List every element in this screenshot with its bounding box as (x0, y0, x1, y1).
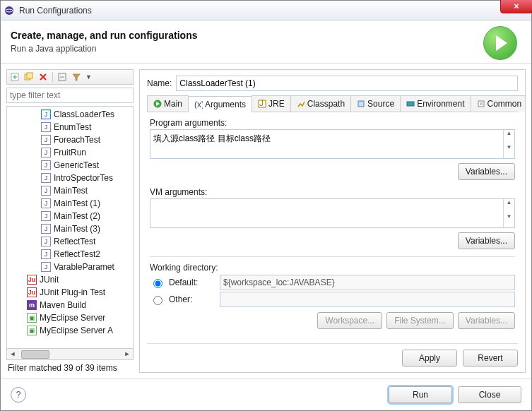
tree-item[interactable]: JFruitRun (7, 146, 133, 159)
window-close-button[interactable]: × (500, 0, 532, 13)
tree-item[interactable]: JMainTest (1) (7, 197, 133, 210)
tree-item[interactable]: JEnumTest (7, 121, 133, 133)
tree-item-label: JUnit Plug-in Test (40, 287, 105, 297)
config-tree[interactable]: JClassLoaderTesJEnumTestJForeachTestJFru… (6, 106, 134, 349)
tree-item[interactable]: JForeachTest (7, 133, 133, 146)
svg-rect-17 (358, 101, 364, 107)
toolbar-dropdown-icon[interactable]: ▼ (85, 73, 92, 81)
maven-icon: m (27, 300, 37, 310)
tab-label: Common (487, 99, 522, 109)
tree-item[interactable]: JuJUnit Plug-in Test (7, 286, 133, 299)
wdir-other-input[interactable] (220, 292, 515, 307)
filter-input[interactable] (6, 88, 134, 103)
filter-status: Filter matched 39 of 39 items (6, 360, 134, 373)
tab-common-icon (477, 100, 485, 108)
tree-item[interactable]: JMainTest (7, 184, 133, 197)
apply-button[interactable]: Apply (402, 350, 457, 367)
tab-jre[interactable]: JJRE (252, 95, 291, 112)
wdir-other-radio[interactable] (153, 296, 162, 305)
tab-label: JRE (268, 99, 285, 109)
tree-item[interactable]: JMainTest (3) (7, 222, 133, 235)
header-title: Create, manage, and run configurations (11, 30, 198, 41)
tree-item-label: EnumTest (54, 122, 91, 132)
eclipse-icon (4, 5, 15, 16)
tree-item[interactable]: ▣MyEclipse Server A (7, 324, 133, 337)
tab-label: Main (164, 99, 182, 109)
spinner-up-icon[interactable]: ▲ (503, 130, 514, 144)
wdir-default-radio[interactable] (153, 279, 162, 288)
scroll-thumb[interactable] (21, 350, 49, 359)
tree-item-label: MainTest (54, 186, 88, 196)
java-app-icon: J (41, 198, 51, 208)
tab-environment[interactable]: Environment (400, 95, 471, 112)
filter-icon[interactable] (71, 72, 81, 82)
server-icon: ▣ (27, 313, 37, 323)
tab-arguments-icon: (x)= (194, 100, 203, 109)
tree-item[interactable]: JReflectTest2 (7, 248, 133, 261)
help-button[interactable]: ? (11, 387, 26, 403)
tree-item-label: IntroSpectorTes (54, 173, 113, 183)
spinner-down-icon[interactable]: ▼ (503, 213, 514, 227)
svg-rect-6 (27, 73, 32, 78)
tree-item-label: ReflectTest (54, 237, 95, 246)
spinner-up-icon[interactable]: ▲ (503, 199, 514, 213)
dialog-footer: ? Run Close (1, 379, 531, 410)
filesystem-button[interactable]: File System... (386, 312, 454, 329)
java-app-icon: J (41, 148, 51, 157)
tab-main-icon (153, 100, 162, 108)
tree-item[interactable]: JGenericTest (7, 159, 133, 172)
java-app-icon: J (41, 211, 51, 221)
java-app-icon: J (41, 224, 51, 234)
run-icon (483, 26, 517, 60)
header-subtitle: Run a Java application (11, 44, 198, 54)
vm-args-label: VM arguments: (150, 187, 515, 197)
tree-hscrollbar[interactable]: ◄ ► (6, 349, 134, 360)
tree-item-label: MainTest (1) (54, 198, 100, 208)
tab-jre-icon: J (258, 100, 266, 108)
tab-classpath[interactable]: Classpath (290, 95, 351, 112)
close-button[interactable]: Close (458, 386, 521, 403)
tree-item[interactable]: JVarableParamet (7, 261, 133, 273)
new-config-icon[interactable] (10, 72, 20, 82)
revert-button[interactable]: Revert (463, 350, 518, 367)
java-app-icon: J (41, 237, 51, 246)
run-configurations-window: Run Configurations × Create, manage, and… (0, 0, 532, 411)
tree-item[interactable]: ▣MyEclipse Server (7, 311, 133, 324)
workspace-button[interactable]: Workspace... (317, 312, 382, 329)
java-app-icon: J (41, 249, 51, 259)
tree-item[interactable]: mMaven Build (7, 299, 133, 311)
vm-args-variables-button[interactable]: Variables... (458, 232, 515, 249)
tree-item[interactable]: JIntroSpectorTes (7, 172, 133, 184)
tab-label: Source (367, 99, 394, 109)
java-app-icon: J (41, 122, 51, 132)
program-args-variables-button[interactable]: Variables... (458, 163, 515, 180)
server-icon: ▣ (27, 326, 37, 335)
wdir-variables-button[interactable]: Variables... (458, 312, 515, 329)
svg-text:(x)=: (x)= (194, 100, 203, 109)
tab-source[interactable]: Source (350, 95, 401, 112)
wdir-other-label: Other: (169, 294, 215, 304)
program-args-input[interactable] (150, 130, 503, 158)
tab-common[interactable]: Common (471, 95, 526, 112)
duplicate-icon[interactable] (24, 72, 34, 82)
junit-icon: Ju (27, 287, 37, 297)
scroll-right-icon[interactable]: ► (122, 349, 133, 359)
tab-arguments[interactable]: (x)=Arguments (188, 96, 252, 112)
scroll-left-icon[interactable]: ◄ (7, 349, 18, 359)
collapse-all-icon[interactable] (57, 72, 67, 82)
tree-item[interactable]: JReflectTest (7, 235, 133, 248)
java-app-icon: J (41, 173, 51, 183)
tree-item[interactable]: JMainTest (2) (7, 210, 133, 222)
vm-args-input[interactable] (150, 199, 503, 227)
name-input[interactable] (176, 76, 518, 91)
tree-item[interactable]: JuJUnit (7, 273, 133, 286)
spinner-down-icon[interactable]: ▼ (503, 144, 514, 158)
tab-main[interactable]: Main (147, 95, 189, 112)
working-dir-label: Working directory: (150, 263, 515, 273)
svg-rect-18 (407, 102, 414, 106)
program-args-label: Program arguments: (150, 118, 515, 128)
delete-icon[interactable] (38, 72, 48, 82)
run-button[interactable]: Run (389, 386, 452, 403)
tree-item[interactable]: JClassLoaderTes (7, 108, 133, 121)
dialog-header: Create, manage, and run configurations R… (1, 20, 531, 64)
